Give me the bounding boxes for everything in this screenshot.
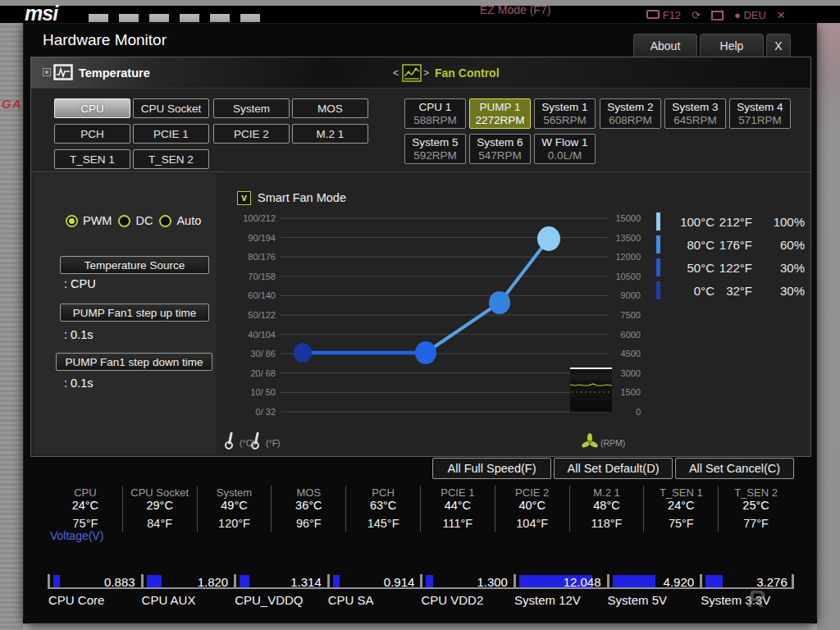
about-button[interactable]: About	[633, 34, 697, 57]
svg-text:10500: 10500	[615, 272, 641, 281]
sensor-name: PCIE 1	[421, 487, 495, 499]
voltage-rail-name: CPU_VDDQ	[234, 593, 327, 607]
fan-rpm-value: 565RPM	[535, 114, 595, 126]
celsius-value: 24°C	[48, 499, 122, 512]
fan-name: CPU 1	[405, 101, 465, 114]
svg-text:50/122: 50/122	[248, 310, 276, 320]
sensor-button-t-sen-1[interactable]: T_SEN 1	[54, 149, 130, 169]
radio-auto[interactable]: Auto	[159, 214, 201, 227]
legend-percent: 100%	[759, 215, 805, 229]
fan-rpm-value: 547RPM	[470, 149, 530, 162]
svg-text:4500: 4500	[621, 349, 641, 358]
fan-tile-system-4[interactable]: System 4571RPM	[729, 98, 791, 129]
sensor-button-mos[interactable]: MOS	[292, 98, 368, 118]
temp-reading-m-2-1: M.2 148°C118°F	[570, 486, 645, 532]
svg-text:60/140: 60/140	[248, 290, 276, 300]
svg-text:90/194: 90/194	[248, 233, 276, 243]
radio-label: PWM	[83, 214, 112, 227]
celsius-value: 49°C	[198, 499, 272, 512]
sensor-button-pcie-2[interactable]: PCIE 2	[213, 124, 290, 144]
sensor-name: PCH	[346, 487, 420, 499]
svg-text:13500: 13500	[615, 233, 641, 243]
fan-tile-system-2[interactable]: System 2608RPM	[600, 98, 661, 129]
fan-next-icon[interactable]: >	[423, 57, 429, 89]
field-button-temperature-source[interactable]: Temperature Source	[60, 256, 209, 274]
background-top-band	[0, 0, 840, 6]
voltage-value: 1.314	[290, 575, 322, 589]
temp-reading-t-sen-1: T_SEN 124°C75°F	[644, 486, 719, 532]
collapse-icon[interactable]	[43, 68, 51, 76]
fan-rpm-value: 645RPM	[665, 114, 725, 126]
voltage-bar	[426, 575, 433, 587]
divider	[31, 171, 810, 172]
fan-name: System 3	[665, 101, 725, 114]
field-button-pump-fan1-step-up-time[interactable]: PUMP Fan1 step up time	[60, 304, 209, 322]
fan-tile-pump-1[interactable]: PUMP 12272RPM	[469, 98, 531, 129]
fan-tile-system-6[interactable]: System 6547RPM	[469, 134, 531, 164]
action-button-all-set-default-d[interactable]: All Set Default(D)	[554, 458, 673, 479]
legend-row: 80°C176°F60%	[656, 233, 805, 256]
voltage-rail-name: System 12V	[514, 593, 607, 607]
sensor-name: System	[198, 487, 272, 499]
svg-text:1500: 1500	[621, 387, 641, 397]
sensor-button-cpu-socket[interactable]: CPU Socket	[133, 98, 209, 118]
fan-curve-legend: 100°C212°F100%80°C176°F60%50°C122°F30%0°…	[656, 210, 805, 302]
fan-curve-chart[interactable]: v Smart Fan Mode 100/2121500090/19413500…	[217, 174, 650, 454]
fan-tile-w-flow-1[interactable]: W Flow 10.0L/M	[534, 134, 596, 164]
dialog-title: Hardware Monitor	[43, 31, 167, 49]
fan-tile-system-5[interactable]: System 5592RPM	[404, 134, 466, 164]
fan-prev-icon[interactable]: <	[393, 57, 399, 89]
svg-text:7500: 7500	[621, 310, 641, 320]
action-button-all-set-cancel-c[interactable]: All Set Cancel(C)	[675, 458, 794, 479]
fan-name: W Flow 1	[535, 136, 595, 149]
smart-fan-mode-checkbox[interactable]: v	[237, 191, 251, 205]
temp-reading-cpu: CPU24°C75°F	[48, 486, 123, 532]
svg-text:12000: 12000	[615, 252, 641, 262]
sensor-button-system[interactable]: System	[213, 98, 290, 118]
voltage-value: 4.920	[664, 575, 695, 589]
sensor-name: T_SEN 2	[719, 487, 793, 499]
svg-text:30/ 86: 30/ 86	[250, 349, 276, 358]
sensor-name: PCIE 2	[495, 487, 569, 499]
sensor-button-pch[interactable]: PCH	[54, 124, 130, 144]
sensor-button-m-2-1[interactable]: M.2 1	[292, 124, 368, 144]
action-button-all-full-speed-f[interactable]: All Full Speed(F)	[432, 458, 551, 479]
voltage-gauge-system-3-3v: 3.276	[700, 574, 793, 587]
fan-tile-system-3[interactable]: System 3645RPM	[664, 98, 726, 129]
fan-tile-cpu-1[interactable]: CPU 1588RPM	[404, 98, 466, 129]
temp-reading-pch: PCH63°C145°F	[346, 486, 421, 532]
voltage-bar	[333, 575, 340, 587]
voltage-gauge-cpu-vddq: 1.314	[234, 574, 327, 587]
fahrenheit-value: 104°F	[495, 518, 569, 530]
voltage-bar	[705, 575, 723, 587]
fan-curve-plot[interactable]: 100/2121500090/1941350080/1761200070/158…	[217, 174, 650, 458]
fan-rpm-value: 571RPM	[730, 114, 790, 126]
ez-mode-button: EZ Mode (F7)	[480, 3, 550, 16]
svg-text:15000: 15000	[615, 213, 641, 223]
temp-reading-pcie-1: PCIE 144°C111°F	[421, 486, 495, 532]
legend-fahrenheit: 122°F	[714, 261, 752, 275]
fahrenheit-value: 118°F	[570, 518, 644, 530]
sensor-button-t-sen-2[interactable]: T_SEN 2	[133, 149, 209, 169]
sensor-name: CPU Socket	[123, 487, 197, 499]
action-button-row: All Full Speed(F)All Set Default(D)All S…	[432, 458, 794, 479]
field-button-pump-fan1-step-down-time[interactable]: PUMP Fan1 step down time	[56, 353, 212, 371]
voltage-bar	[147, 575, 162, 587]
sensor-button-cpu[interactable]: CPU	[54, 98, 130, 118]
fahrenheit-value: 120°F	[198, 518, 272, 530]
radio-circle-icon	[159, 215, 171, 227]
hardware-monitor-dialog: Hardware Monitor About Help X Temperatur…	[23, 23, 817, 623]
svg-text:100/212: 100/212	[243, 213, 276, 223]
voltage-gauge-system-5v: 4.920	[607, 574, 701, 587]
temp-reading-pcie-2: PCIE 240°C104°F	[495, 486, 570, 532]
close-button[interactable]: X	[766, 34, 791, 57]
radio-dc[interactable]: DC	[118, 214, 153, 227]
fan-tile-system-1[interactable]: System 1565RPM	[534, 98, 596, 129]
help-button[interactable]: Help	[700, 34, 764, 57]
sensor-button-pcie-1[interactable]: PCIE 1	[133, 124, 209, 144]
legend-percent: 30%	[759, 261, 805, 275]
fan-name: System 4	[730, 101, 790, 114]
radio-circle-icon	[118, 215, 130, 227]
sensor-name: MOS	[272, 487, 345, 499]
radio-pwm[interactable]: PWM	[66, 214, 112, 227]
